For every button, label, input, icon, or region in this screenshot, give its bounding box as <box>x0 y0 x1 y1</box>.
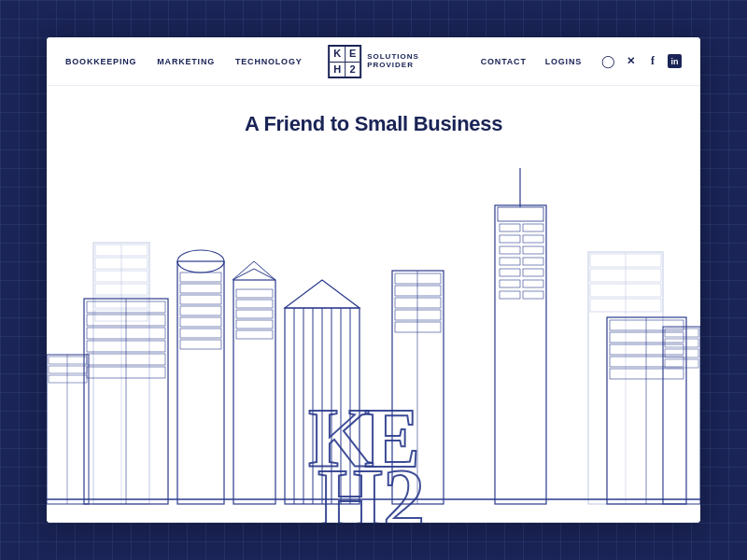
svg-rect-16 <box>498 207 543 221</box>
svg-rect-80 <box>665 359 698 368</box>
svg-rect-78 <box>665 339 698 347</box>
svg-rect-19 <box>500 235 520 243</box>
svg-rect-82 <box>395 273 441 284</box>
svg-rect-86 <box>395 322 441 332</box>
nav-item-logins[interactable]: LOGINS <box>545 57 582 66</box>
svg-rect-54 <box>236 330 273 339</box>
svg-rect-43 <box>180 295 221 304</box>
logo-box: K E H 2 <box>328 45 361 78</box>
svg-rect-65 <box>610 320 684 330</box>
svg-rect-71 <box>47 355 89 504</box>
svg-rect-20 <box>523 235 543 243</box>
instagram-icon[interactable]: ◯ <box>600 54 615 69</box>
linkedin-icon[interactable]: in <box>668 54 682 68</box>
svg-rect-25 <box>500 269 520 276</box>
svg-rect-77 <box>665 329 698 337</box>
svg-rect-69 <box>610 369 684 379</box>
svg-rect-21 <box>500 246 520 254</box>
svg-rect-45 <box>180 317 221 327</box>
twitter-icon[interactable]: ✕ <box>623 54 638 69</box>
svg-rect-48 <box>233 280 275 504</box>
svg-rect-79 <box>665 349 698 357</box>
outer-wrapper: BOOKKEEPING MARKETING TECHNOLOGY K E H 2… <box>0 0 747 560</box>
logo-cell-h: H <box>330 62 345 77</box>
svg-marker-56 <box>285 280 359 308</box>
svg-rect-52 <box>236 310 273 318</box>
cityscape: K E H 2 <box>47 168 700 523</box>
svg-rect-67 <box>610 344 684 355</box>
logo-cell-e: E <box>345 47 359 62</box>
svg-text:H: H <box>317 453 383 523</box>
logo[interactable]: K E H 2 SOLUTIONS PROVIDER <box>328 45 419 78</box>
svg-rect-26 <box>523 269 543 276</box>
svg-rect-51 <box>236 300 273 308</box>
svg-rect-24 <box>523 258 543 265</box>
main-card: BOOKKEEPING MARKETING TECHNOLOGY K E H 2… <box>47 37 700 523</box>
nav-item-marketing[interactable]: MARKETING <box>157 57 215 66</box>
svg-rect-23 <box>500 258 520 265</box>
svg-rect-50 <box>236 289 273 298</box>
svg-rect-66 <box>610 332 684 343</box>
svg-rect-41 <box>180 273 221 282</box>
svg-rect-28 <box>523 280 543 287</box>
svg-rect-29 <box>500 291 520 299</box>
svg-text:2: 2 <box>383 453 425 523</box>
facebook-icon[interactable]: f <box>645 54 660 69</box>
svg-rect-73 <box>49 366 87 373</box>
nav-item-bookkeeping[interactable]: BOOKKEEPING <box>65 57 136 66</box>
svg-rect-44 <box>180 306 221 315</box>
svg-rect-84 <box>395 298 441 308</box>
logo-text: SOLUTIONS PROVIDER <box>367 53 419 70</box>
svg-rect-83 <box>395 286 441 296</box>
svg-rect-22 <box>523 246 543 254</box>
nav-left: BOOKKEEPING MARKETING TECHNOLOGY <box>65 57 303 66</box>
hero-title: A Friend to Small Business <box>47 86 700 136</box>
navbar: BOOKKEEPING MARKETING TECHNOLOGY K E H 2… <box>47 37 700 86</box>
svg-rect-85 <box>395 310 441 320</box>
nav-right: CONTACT LOGINS ◯ ✕ f in <box>481 54 682 69</box>
svg-marker-49 <box>233 261 275 280</box>
svg-rect-39 <box>177 261 224 504</box>
svg-rect-47 <box>180 340 221 349</box>
nav-item-technology[interactable]: TECHNOLOGY <box>235 57 303 66</box>
svg-rect-42 <box>180 284 221 293</box>
svg-rect-64 <box>607 317 686 504</box>
logo-provider-label: PROVIDER <box>367 62 419 70</box>
svg-rect-17 <box>500 224 520 231</box>
svg-rect-46 <box>180 329 221 338</box>
svg-rect-53 <box>236 320 273 329</box>
logo-cell-k: K <box>330 47 345 62</box>
svg-rect-14 <box>495 205 546 504</box>
svg-rect-30 <box>523 291 543 299</box>
svg-rect-76 <box>663 327 700 504</box>
svg-rect-27 <box>500 280 520 287</box>
svg-rect-68 <box>610 357 684 367</box>
svg-rect-74 <box>49 375 87 383</box>
nav-item-contact[interactable]: CONTACT <box>481 57 527 66</box>
logo-cell-2: 2 <box>345 62 359 77</box>
hero-section: A Friend to Small Business <box>47 86 700 523</box>
svg-rect-72 <box>49 357 87 364</box>
svg-rect-18 <box>523 224 543 231</box>
social-icons: ◯ ✕ f in <box>600 54 682 69</box>
